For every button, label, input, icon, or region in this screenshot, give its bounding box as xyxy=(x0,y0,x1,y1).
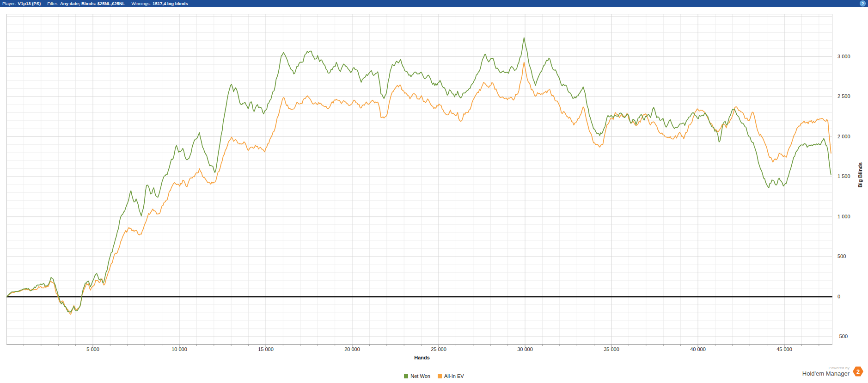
x-tick-label: 30 000 xyxy=(507,346,544,352)
legend-swatch-icon xyxy=(438,374,442,378)
y-tick-label: 2 000 xyxy=(837,134,861,139)
y-tick-label: -500 xyxy=(837,334,861,339)
title-bar-segment-value: V1p13 (PS) xyxy=(18,1,41,6)
x-tick-label: 40 000 xyxy=(679,346,716,352)
legend-item-all-in-ev: All-In EV xyxy=(438,373,464,379)
holdem-manager-2-logo-icon: 2 xyxy=(853,366,863,377)
x-tick-label: 5 000 xyxy=(74,346,111,352)
title-bar-segment-label: Winnings: xyxy=(131,1,151,6)
powered-by-label: Powered by xyxy=(829,366,850,370)
x-tick-label: 25 000 xyxy=(420,346,457,352)
winnings-line-chart xyxy=(6,14,832,348)
x-tick-label: 35 000 xyxy=(593,346,630,352)
y-tick-label: 0 xyxy=(837,294,861,299)
help-icon[interactable]: ? xyxy=(860,0,866,6)
title-bar-segment-value: 1517,4 big blinds xyxy=(153,1,188,6)
gridlines-major xyxy=(6,14,832,345)
title-bar: Player:V1p13 (PS)Filter:Any date; Blinds… xyxy=(0,0,868,7)
y-tick-label: 2 500 xyxy=(837,93,861,99)
holdem-manager-graph-window: { "titlebar": { "segments": [ {"label": … xyxy=(0,0,868,383)
title-bar-segment-label: Player: xyxy=(2,1,16,6)
y-axis-title: Big Blinds xyxy=(857,147,864,203)
x-tick-label: 15 000 xyxy=(247,346,284,352)
powered-by-branding: Powered by Hold'em Manager 2 xyxy=(802,366,863,377)
title-bar-text: Player:V1p13 (PS)Filter:Any date; Blinds… xyxy=(2,1,195,6)
title-bar-segment-value: Any date; Blinds: $25NL,€25NL xyxy=(60,1,125,6)
x-tick-label: 10 000 xyxy=(161,346,198,352)
plot-border-and-axis xyxy=(6,14,832,347)
y-tick-label: 3 000 xyxy=(837,54,861,59)
legend-label: Net Won xyxy=(410,373,430,379)
all-in-ev-line xyxy=(6,62,831,315)
y-tick-label: 500 xyxy=(837,253,861,259)
legend-swatch-icon xyxy=(404,374,408,378)
chart-legend: Net WonAll-In EV xyxy=(0,371,868,381)
legend-item-net-won: Net Won xyxy=(404,373,430,379)
title-bar-segment-label: Filter: xyxy=(47,1,58,6)
x-tick-label: 20 000 xyxy=(334,346,371,352)
legend-label: All-In EV xyxy=(444,373,464,379)
x-tick-label: 45 000 xyxy=(766,346,803,352)
net-won-line xyxy=(6,37,831,312)
x-axis-title: Hands xyxy=(401,355,443,360)
y-tick-label: 1 000 xyxy=(837,214,861,219)
holdem-manager-wordmark: Hold'em Manager xyxy=(802,370,850,377)
gridlines-minor xyxy=(6,14,832,345)
